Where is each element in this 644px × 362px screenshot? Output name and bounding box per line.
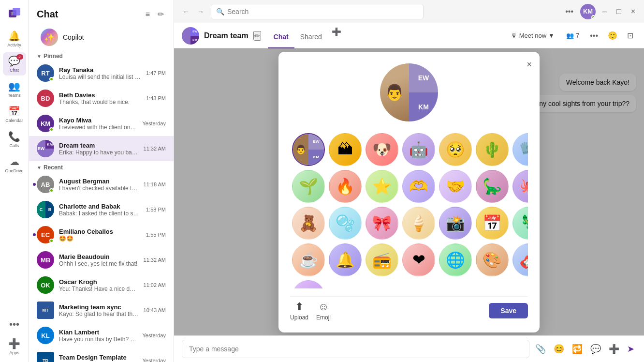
- microphone-icon: 🎙: [511, 32, 517, 39]
- emoji-item-2[interactable]: 🐶: [366, 133, 398, 166]
- emoji-item-4[interactable]: 🥺: [439, 133, 472, 166]
- chat-item-ray-tanaka[interactable]: RT Ray Tanaka Louisa will send the initi…: [29, 60, 174, 86]
- chat-name: Emiliano Ceballos: [59, 228, 141, 235]
- chat-sidebar: Chat ≡ ✏ ✨ Copilot ▼ Pinned RT Ray Tanak…: [29, 0, 174, 362]
- emoji-item-12[interactable]: 🦕: [476, 170, 509, 203]
- emoji-item-1[interactable]: 🏔: [329, 133, 362, 166]
- unread-indicator: [33, 183, 36, 186]
- chat-info-team-design-template: Team Design Template Reta: Let's set up …: [59, 354, 137, 362]
- search-input[interactable]: [227, 8, 418, 15]
- back-button[interactable]: ←: [180, 6, 192, 17]
- maximize-button[interactable]: □: [614, 5, 624, 18]
- emoji-item-current[interactable]: 👨 EW KM: [292, 133, 325, 166]
- nav-item-teams[interactable]: 👥 Teams: [3, 77, 26, 101]
- sticker-button[interactable]: 💬: [588, 342, 603, 356]
- emoji-item-19[interactable]: 📅: [476, 207, 509, 240]
- upload-button[interactable]: ⬆ Upload: [290, 301, 308, 321]
- emoji-item-11[interactable]: 🤝: [439, 170, 472, 203]
- svg-text:T: T: [11, 12, 14, 16]
- meet-now-button[interactable]: 🎙 Meet now ▼: [507, 30, 558, 41]
- recent-chevron-icon: ▼: [37, 165, 42, 170]
- message-input[interactable]: [182, 340, 529, 358]
- emoji-item-8[interactable]: 🔥: [329, 170, 362, 203]
- tab-chat[interactable]: Chat: [268, 31, 294, 48]
- chat-item-dream-team[interactable]: EW KM Dream team Erika: Happy to have yo…: [29, 136, 174, 161]
- more-input-button[interactable]: ➕: [607, 342, 621, 356]
- nav-item-calendar[interactable]: 📅 Calendar: [3, 103, 26, 126]
- emoji-reactions-button[interactable]: 🙂: [605, 29, 620, 42]
- emoji-item-13[interactable]: 🐙: [512, 170, 528, 203]
- emoji-button[interactable]: 😊: [552, 342, 566, 356]
- chat-item-marie-beaudouin[interactable]: MB Marie Beaudouin Ohhh I see, yes let m…: [29, 247, 174, 272]
- people-button[interactable]: 👥 7: [562, 30, 583, 41]
- chat-name: Beth Davies: [59, 91, 141, 99]
- send-button[interactable]: ➤: [625, 342, 636, 356]
- chat-item-oscar-krogh[interactable]: OK Oscar Krogh You: Thanks! Have a nice …: [29, 272, 174, 298]
- emoji-item-28[interactable]: ▶: [292, 280, 325, 288]
- nav-item-chat[interactable]: 💬 2 Chat: [3, 52, 26, 75]
- emoji-item-26[interactable]: 🎨: [476, 243, 509, 276]
- emoji-item-16[interactable]: 🎀: [366, 207, 398, 240]
- more-chat-options-button[interactable]: •••: [587, 30, 601, 42]
- emoji-item-10[interactable]: 🫶: [402, 170, 435, 203]
- user-avatar-button[interactable]: KM: [580, 4, 596, 19]
- more-options-button[interactable]: •••: [562, 5, 576, 18]
- emoji-item-21[interactable]: ☕: [292, 243, 325, 276]
- chat-item-emiliano-ceballos[interactable]: EC Emiliano Ceballos 🤩🤩 1:55 PM: [29, 222, 174, 247]
- emoji-item-22[interactable]: 🔔: [329, 243, 362, 276]
- chat-name: Kian Lambert: [59, 329, 137, 336]
- nav-item-activity[interactable]: 🔔 Activity: [3, 27, 26, 50]
- emoji-item-3[interactable]: 🤖: [402, 133, 435, 166]
- app-logo[interactable]: T: [3, 4, 26, 23]
- emoji-item-14[interactable]: 🧸: [292, 207, 325, 240]
- navigation-arrows: ← →: [180, 6, 207, 17]
- add-tab-button[interactable]: ➕: [328, 27, 345, 45]
- chat-item-august-bergman[interactable]: AB August Bergman I haven't checked avai…: [29, 172, 174, 197]
- tab-shared[interactable]: Shared: [294, 31, 328, 48]
- chat-item-team-design-template[interactable]: TD Team Design Template Reta: Let's set …: [29, 348, 174, 362]
- save-button[interactable]: Save: [489, 303, 528, 318]
- forward-button[interactable]: →: [194, 6, 207, 17]
- emoji-picker-button[interactable]: ☺ Emoji: [316, 301, 331, 321]
- emoji-item-20[interactable]: 🦎: [512, 207, 528, 240]
- emoji-item-23[interactable]: 📻: [366, 243, 398, 276]
- chat-item-kian-lambert[interactable]: KL Kian Lambert Have you run this by Bet…: [29, 323, 174, 348]
- copilot-avatar: ✨: [41, 29, 58, 46]
- people-count: 7: [576, 32, 579, 39]
- emoji-item-18[interactable]: 📸: [439, 207, 472, 240]
- minimize-button[interactable]: –: [600, 5, 610, 18]
- recent-section-header[interactable]: ▼ Recent: [29, 161, 174, 172]
- search-bar[interactable]: 🔍: [211, 4, 424, 19]
- chat-preview: Have you run this by Beth? Mak...: [59, 336, 137, 343]
- edit-name-button[interactable]: ✏: [253, 31, 261, 41]
- gif-button[interactable]: 🔁: [570, 342, 585, 356]
- filter-button[interactable]: ≡: [144, 8, 152, 21]
- pinned-section-header[interactable]: ▼ Pinned: [29, 50, 174, 60]
- emoji-item-24[interactable]: ❤: [402, 243, 435, 276]
- emoji-item-15[interactable]: 🫧: [329, 207, 362, 240]
- close-button[interactable]: ×: [628, 5, 638, 18]
- nav-item-more[interactable]: •••: [3, 316, 26, 333]
- emoji-item-17[interactable]: 🍦: [402, 207, 435, 240]
- copilot-item[interactable]: ✨ Copilot: [33, 25, 170, 50]
- chat-info-dream-team: Dream team Erika: Happy to have you back…: [59, 142, 139, 156]
- chat-item-beth-davies[interactable]: BD Beth Davies Thanks, that would be nic…: [29, 86, 174, 111]
- chat-info-emiliano-ceballos: Emiliano Ceballos 🤩🤩: [59, 228, 141, 242]
- pop-out-button[interactable]: ⊡: [624, 29, 636, 42]
- new-chat-button[interactable]: ✏: [156, 8, 166, 21]
- emoji-item-9[interactable]: ⭐: [366, 170, 398, 203]
- chat-item-kayo-miwa[interactable]: KM Kayo Miwa I reviewed with the client …: [29, 111, 174, 136]
- emoji-item-25[interactable]: 🌐: [439, 243, 472, 276]
- emoji-item-7[interactable]: 🌱: [292, 170, 325, 203]
- nav-item-apps[interactable]: ➕ Apps: [3, 335, 26, 358]
- nav-item-calls[interactable]: 📞 Calls: [3, 128, 26, 151]
- nav-item-onedrive[interactable]: ☁ OneDrive: [3, 153, 26, 176]
- emoji-item-6[interactable]: 🧤: [512, 133, 528, 166]
- emoji-item-27[interactable]: 🎸: [512, 243, 528, 276]
- chat-item-marketing-team-sync[interactable]: MT Marketing team sync Kayo: So glad to …: [29, 298, 174, 323]
- chat-item-charlotte-babak[interactable]: C B Charlotte and Babak Babak: I asked t…: [29, 197, 174, 222]
- emoji-item-5[interactable]: 🌵: [476, 133, 509, 166]
- attach-button[interactable]: 📎: [533, 342, 548, 356]
- modal-close-button[interactable]: ×: [527, 60, 532, 70]
- nav-calls-label: Calls: [9, 143, 19, 148]
